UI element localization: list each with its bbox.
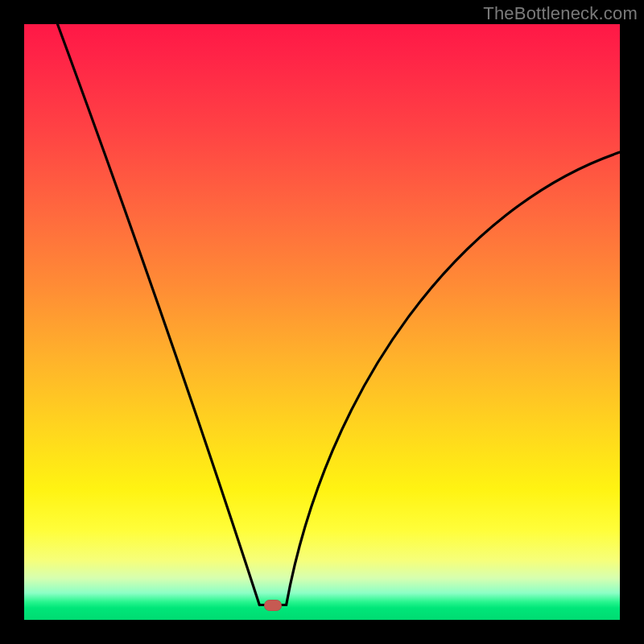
curve-svg xyxy=(24,24,620,620)
bottleneck-marker xyxy=(264,600,282,611)
plot-area xyxy=(24,24,620,620)
watermark-text: TheBottleneck.com xyxy=(483,3,638,24)
chart-frame: TheBottleneck.com xyxy=(0,0,644,644)
curve-right xyxy=(259,152,620,605)
curve-left xyxy=(51,6,259,605)
